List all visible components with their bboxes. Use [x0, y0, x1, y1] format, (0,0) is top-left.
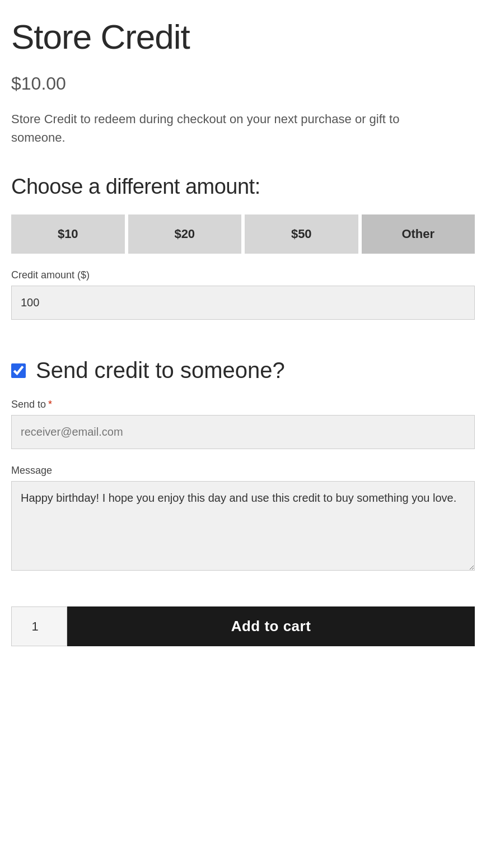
send-credit-section: Send credit to someone? Send to* Message…: [11, 358, 475, 590]
product-price: $10.00: [11, 73, 475, 94]
choose-amount-heading: Choose a different amount:: [11, 175, 475, 199]
amount-btn-10[interactable]: $10: [11, 214, 125, 254]
send-credit-row: Send credit to someone?: [11, 358, 475, 383]
send-to-label: Send to*: [11, 399, 475, 410]
message-textarea[interactable]: Happy birthday! I hope you enjoy this da…: [11, 481, 475, 571]
send-to-required: *: [48, 399, 52, 410]
add-to-cart-button[interactable]: Add to cart: [67, 606, 475, 646]
credit-amount-input[interactable]: [11, 286, 475, 320]
page-title: Store Credit: [11, 17, 475, 57]
send-credit-checkbox[interactable]: [11, 363, 26, 378]
amount-btn-other[interactable]: Other: [362, 214, 475, 254]
send-credit-label[interactable]: Send credit to someone?: [36, 358, 285, 383]
message-label: Message: [11, 465, 475, 477]
amount-buttons-group: $10 $20 $50 Other: [11, 214, 475, 254]
credit-amount-label: Credit amount ($): [11, 269, 475, 281]
quantity-input[interactable]: [11, 606, 67, 646]
product-description: Store Credit to redeem during checkout o…: [11, 110, 448, 147]
amount-btn-20[interactable]: $20: [128, 214, 242, 254]
send-to-input[interactable]: [11, 415, 475, 449]
bottom-row: Add to cart: [11, 606, 475, 646]
credit-amount-section: Credit amount ($): [11, 269, 475, 335]
amount-btn-50[interactable]: $50: [245, 214, 358, 254]
